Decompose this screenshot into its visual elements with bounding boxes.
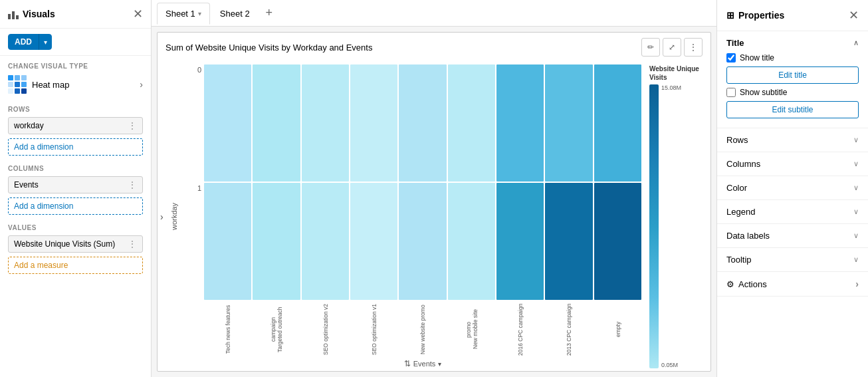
heatmap-cell-0-8 — [594, 64, 641, 182]
legend-max-value: 15.08M — [661, 84, 681, 91]
show-title-checkbox[interactable] — [726, 53, 736, 63]
y-axis-area: › workday — [158, 62, 191, 371]
add-button-group: ADD ▾ — [8, 34, 52, 50]
show-subtitle-label: Show subtitle — [740, 88, 787, 97]
legend-area: Website Unique Visits 15.08M 0.05M — [644, 62, 710, 371]
legend-scale-labels: 15.08M 0.05M — [661, 84, 681, 368]
columns-property-row[interactable]: Columns ∨ — [717, 152, 868, 176]
sort-icon: ⇅ — [404, 359, 411, 368]
chart-title: Sum of Website Unique Visits by Workday … — [165, 43, 372, 53]
values-field-name: Website Unique Visits (Sum) — [14, 239, 115, 249]
color-collapse-icon: ∨ — [853, 184, 859, 192]
expand-chart-icon[interactable]: ⤢ — [663, 38, 681, 57]
values-field-menu-icon[interactable]: ⋮ — [128, 239, 137, 249]
columns-field-menu-icon[interactable]: ⋮ — [128, 180, 137, 189]
title-section-collapse-icon[interactable]: ∧ — [853, 39, 859, 47]
visual-type-chevron-icon: › — [140, 79, 143, 90]
tooltip-property-row[interactable]: Tooltip ∨ — [717, 248, 868, 272]
add-columns-dimension-button[interactable]: Add a dimension — [8, 197, 143, 215]
add-sheet-button[interactable]: + — [260, 4, 278, 23]
add-dropdown-button[interactable]: ▾ — [39, 34, 52, 50]
visual-type-name: Heat map — [32, 80, 69, 90]
data-labels-property-row[interactable]: Data labels ∨ — [717, 224, 868, 248]
heatmap-cell-1-7 — [545, 183, 592, 300]
properties-icon: ⊞ — [726, 10, 734, 21]
rows-property-row[interactable]: Rows ∨ — [717, 128, 868, 152]
edit-chart-icon[interactable]: ✏ — [641, 38, 660, 57]
values-label: VALUES — [0, 217, 151, 234]
heatmap-cell-0-5 — [448, 64, 495, 182]
heatmap-cell-1-5 — [448, 183, 495, 300]
heatmap-cell-0-4 — [399, 64, 446, 182]
tab-sheet1[interactable]: Sheet 1 ▾ — [157, 3, 210, 25]
sidebar-header: Visuals ✕ — [0, 0, 151, 29]
tab-sheet2[interactable]: Sheet 2 — [211, 3, 259, 24]
tab-sheet1-dropdown-icon[interactable]: ▾ — [198, 10, 201, 17]
show-title-label: Show title — [740, 53, 774, 63]
right-sidebar: ⊞ Properties ✕ Title ∧ Show title Edit t… — [716, 0, 868, 377]
rows-property-label: Rows — [726, 135, 748, 145]
x-label-4: New website promo — [399, 301, 446, 358]
tabs-bar: Sheet 1 ▾ Sheet 2 + — [152, 0, 716, 27]
show-subtitle-checkbox[interactable] — [726, 88, 736, 97]
main-area: Sheet 1 ▾ Sheet 2 + Sum of Website Uniqu… — [152, 0, 716, 377]
actions-row-left: ⚙ Actions — [726, 279, 767, 289]
tab-sheet1-label: Sheet 1 — [165, 9, 195, 19]
chart-body: › workday 0 — [158, 62, 710, 371]
legend-gradient-bar — [649, 84, 659, 368]
heatmap-cell-0-1 — [253, 64, 300, 182]
chart-actions-area: ✏ ⤢ ⋮ — [641, 38, 703, 57]
properties-title-area: ⊞ Properties — [726, 10, 784, 21]
legend-scale-area: 15.08M 0.05M — [649, 84, 705, 368]
heatmap-cell-0-7 — [545, 64, 592, 182]
rows-field-menu-icon[interactable]: ⋮ — [128, 121, 137, 130]
columns-property-label: Columns — [726, 159, 760, 169]
add-button[interactable]: ADD — [8, 34, 39, 50]
legend-collapse-icon: ∨ — [853, 207, 859, 216]
actions-property-row[interactable]: ⚙ Actions › — [717, 272, 868, 297]
y-axis-expand-icon[interactable]: › — [160, 211, 163, 222]
columns-field-name: Events — [14, 180, 39, 189]
actions-expand-icon: › — [855, 279, 859, 289]
chart-header: Sum of Website Unique Visits by Workday … — [158, 33, 710, 62]
y-axis-label: workday — [170, 203, 178, 230]
rows-collapse-icon: ∨ — [853, 136, 859, 144]
x-label-1: Targeted outreach campaign — [253, 301, 300, 358]
actions-icon: ⚙ — [726, 279, 734, 289]
rows-field-name: workday — [14, 121, 44, 130]
add-measure-button[interactable]: Add a measure — [8, 257, 143, 274]
heatmap-row-1: 1 — [191, 183, 641, 300]
show-subtitle-row: Show subtitle — [726, 88, 859, 97]
close-sidebar-icon[interactable]: ✕ — [133, 7, 143, 21]
title-section-header: Title ∧ — [726, 38, 859, 48]
heatmap-cell-1-1 — [253, 183, 300, 300]
x-label-2: SEO optimization v2 — [302, 301, 349, 358]
canvas-area: Sum of Website Unique Visits by Workday … — [152, 27, 716, 377]
heatmap-cell-0-6 — [496, 64, 544, 182]
add-btn-area: ADD ▾ — [0, 29, 151, 56]
x-label-5: New mobile site promo — [448, 301, 495, 358]
edit-title-button[interactable]: Edit title — [726, 66, 859, 84]
x-axis-labels: Tech news features Targeted outreach cam… — [204, 301, 641, 358]
heatmap-cell-1-4 — [399, 183, 446, 300]
x-axis-dropdown-icon[interactable]: ▾ — [438, 360, 441, 368]
heatmap-cell-1-0 — [204, 183, 251, 300]
legend-title: Website Unique Visits — [649, 64, 705, 82]
legend-property-row[interactable]: Legend ∨ — [717, 200, 868, 224]
more-options-icon[interactable]: ⋮ — [684, 38, 703, 57]
left-sidebar: Visuals ✕ ADD ▾ CHANGE VISUAL TYPE Heat … — [0, 0, 152, 377]
visuals-title: Visuals — [23, 9, 55, 19]
color-property-label: Color — [726, 183, 747, 193]
visual-type-row[interactable]: Heat map › — [0, 72, 151, 99]
color-property-row[interactable]: Color ∨ — [717, 176, 868, 200]
add-rows-dimension-button[interactable]: Add a dimension — [8, 138, 143, 156]
columns-collapse-icon: ∨ — [853, 160, 859, 168]
edit-subtitle-button[interactable]: Edit subtitle — [726, 101, 859, 118]
heatmap-cell-1-2 — [302, 183, 349, 300]
close-properties-icon[interactable]: ✕ — [849, 8, 859, 23]
columns-label: COLUMNS — [0, 158, 151, 175]
data-labels-collapse-icon: ∨ — [853, 231, 859, 240]
heatmap-grid-container: 0 — [191, 62, 644, 371]
legend-property-label: Legend — [726, 207, 755, 217]
change-visual-type-label: CHANGE VISUAL TYPE — [0, 56, 151, 72]
